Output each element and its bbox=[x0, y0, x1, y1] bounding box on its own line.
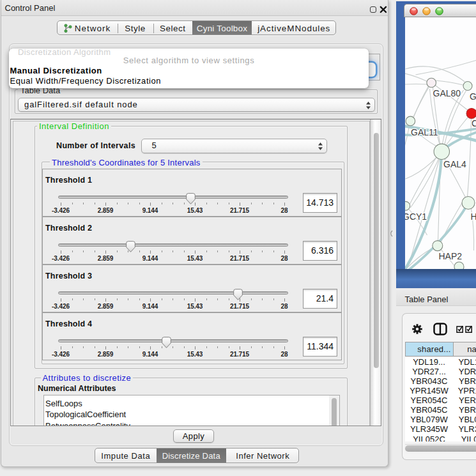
svg-text:GCY1: GCY1 bbox=[405, 211, 427, 222]
svg-text:C: C bbox=[472, 118, 476, 128]
svg-text:H: H bbox=[470, 211, 476, 222]
svg-text:HAP2: HAP2 bbox=[438, 251, 462, 261]
svg-text:GAL4: GAL4 bbox=[443, 159, 466, 169]
svg-text:GAL11: GAL11 bbox=[411, 127, 438, 137]
svg-text:GA: GA bbox=[470, 91, 476, 102]
svg-text:GAL80: GAL80 bbox=[433, 88, 461, 98]
